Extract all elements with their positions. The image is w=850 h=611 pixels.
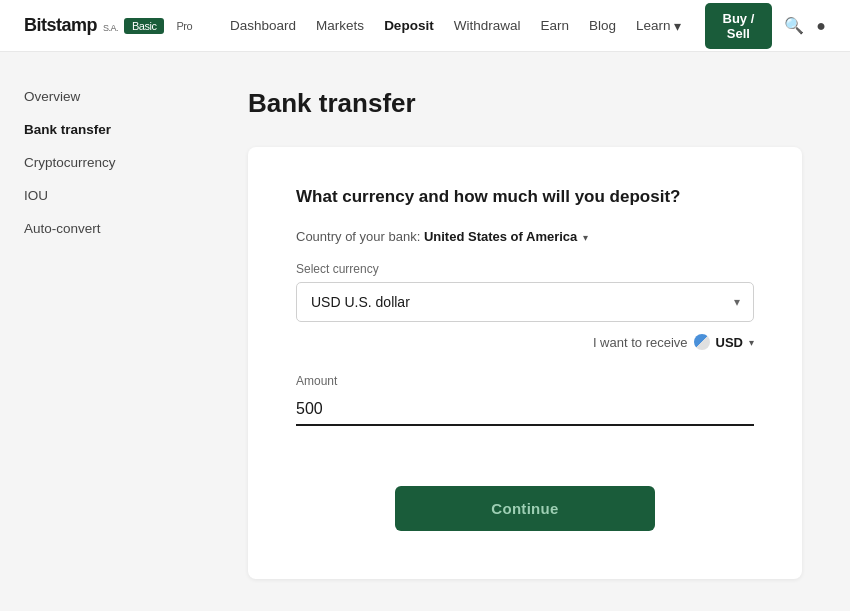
deposit-card: What currency and how much will you depo…	[248, 147, 802, 579]
country-chevron-icon[interactable]: ▾	[583, 232, 588, 243]
navbar: Bitstamp S.A. Basic Pro Dashboard Market…	[0, 0, 850, 52]
brand-name: Bitstamp	[24, 15, 97, 36]
brand-suffix: S.A.	[103, 23, 118, 33]
continue-button[interactable]: Continue	[395, 486, 655, 531]
sidebar-item-auto-convert[interactable]: Auto-convert	[0, 212, 200, 245]
amount-input[interactable]	[296, 394, 754, 426]
page-layout: Overview Bank transfer Cryptocurrency IO…	[0, 52, 850, 611]
currency-select-wrapper: USD U.S. dollar EUR Euro ▾	[296, 282, 754, 322]
amount-section: Amount	[296, 374, 754, 426]
nav-link-earn[interactable]: Earn	[540, 18, 569, 33]
country-label-row: Country of your bank: United States of A…	[296, 229, 754, 244]
amount-label: Amount	[296, 374, 754, 388]
receive-text: I want to receive	[593, 335, 688, 350]
sidebar-item-bank-transfer[interactable]: Bank transfer	[0, 113, 200, 146]
nav-links: Dashboard Markets Deposit Withdrawal Ear…	[230, 18, 680, 34]
buy-sell-button[interactable]: Buy / Sell	[705, 3, 773, 49]
receive-chevron-icon[interactable]: ▾	[749, 337, 754, 348]
sidebar-item-cryptocurrency[interactable]: Cryptocurrency	[0, 146, 200, 179]
country-label-text: Country of your bank:	[296, 229, 420, 244]
sidebar: Overview Bank transfer Cryptocurrency IO…	[0, 52, 200, 611]
receive-currency-icon	[694, 334, 710, 350]
card-question: What currency and how much will you depo…	[296, 187, 754, 207]
nav-link-dashboard[interactable]: Dashboard	[230, 18, 296, 33]
sidebar-item-overview[interactable]: Overview	[0, 80, 200, 113]
receive-currency-value: USD	[716, 335, 743, 350]
badge-pro[interactable]: Pro	[170, 18, 198, 34]
nav-link-deposit[interactable]: Deposit	[384, 18, 434, 33]
currency-select[interactable]: USD U.S. dollar EUR Euro	[296, 282, 754, 322]
page-title: Bank transfer	[248, 88, 802, 119]
learn-chevron-icon: ▾	[674, 18, 681, 34]
nav-link-markets[interactable]: Markets	[316, 18, 364, 33]
user-icon[interactable]: ●	[816, 17, 826, 35]
nav-link-withdrawal[interactable]: Withdrawal	[454, 18, 521, 33]
select-currency-label: Select currency	[296, 262, 754, 276]
receive-row: I want to receive USD ▾	[296, 334, 754, 350]
nav-link-learn[interactable]: Learn ▾	[636, 18, 681, 34]
brand-logo[interactable]: Bitstamp S.A. Basic Pro	[24, 15, 198, 36]
badge-basic[interactable]: Basic	[124, 18, 164, 34]
search-icon[interactable]: 🔍	[784, 16, 804, 35]
nav-link-blog[interactable]: Blog	[589, 18, 616, 33]
country-value: United States of America	[424, 229, 577, 244]
nav-right: Buy / Sell 🔍 ●	[705, 3, 826, 49]
sidebar-item-iou[interactable]: IOU	[0, 179, 200, 212]
main-content: Bank transfer What currency and how much…	[200, 52, 850, 611]
